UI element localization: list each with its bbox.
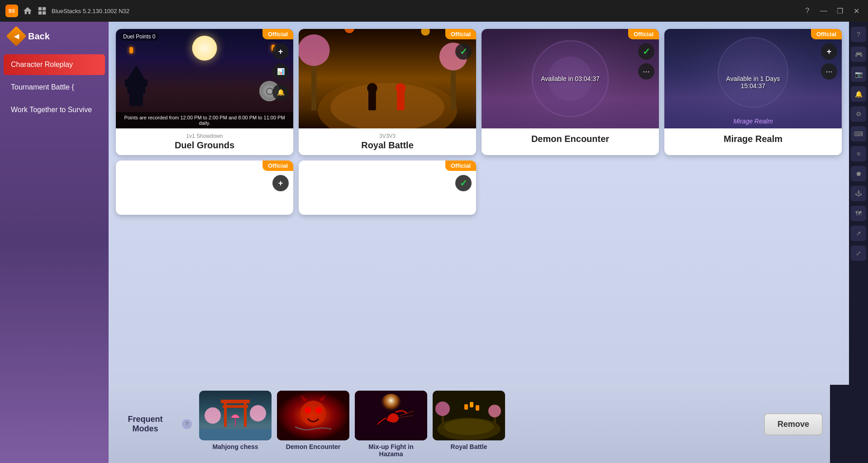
svg-point-6 [421, 29, 430, 36]
right-icon-map[interactable]: 🗺 [851, 206, 866, 221]
right-icon-bell[interactable]: 🔔 [851, 86, 866, 102]
cards-grid-row1: Duel Points 0 Official + 📊 🔔 Points are … [116, 29, 842, 155]
minimize-button[interactable]: — [817, 5, 830, 17]
right-icon-share[interactable]: ↗ [851, 226, 866, 241]
right-icon-controller[interactable]: 🕹 [851, 186, 866, 201]
svg-point-46 [488, 405, 501, 417]
svg-point-14 [367, 83, 377, 93]
svg-rect-23 [244, 400, 247, 427]
svg-point-33 [315, 407, 322, 413]
sidebar-item-character-roleplay[interactable]: Character Roleplay [4, 54, 105, 75]
card-duel-grounds[interactable]: Duel Points 0 Official + 📊 🔔 Points are … [116, 29, 293, 155]
duel-mode-label: 1v1 Showdown [121, 133, 288, 139]
svg-rect-47 [464, 404, 468, 410]
card-6[interactable]: Official ✓ [299, 161, 476, 215]
svg-point-32 [305, 407, 311, 413]
svg-rect-29 [235, 418, 236, 426]
sidebar-item-tournament-battle[interactable]: Tournament Battle { [4, 77, 105, 98]
card-badge-duel: Official [262, 29, 293, 39]
right-icon-layers[interactable]: ≡ [851, 146, 866, 161]
chart-icon[interactable]: 📊 [272, 63, 289, 80]
card-check-button-royal[interactable]: ✓ [455, 43, 472, 60]
card-add-button-duel[interactable]: + [272, 43, 289, 60]
frequent-item-royal[interactable]: Royal Battle [433, 391, 505, 458]
pagoda-decoration [120, 65, 152, 106]
royal-freq-mode-name: Royal Battle [451, 443, 487, 450]
card-royal-battle[interactable]: Official ✓ 3V3V3 Royal Battle [299, 29, 476, 155]
frequent-item-mixup[interactable]: Mix-up Fight inHazama [355, 391, 427, 458]
demon-mode-name: Demon Encounter [286, 443, 341, 450]
remove-button[interactable]: Remove [764, 413, 823, 435]
card-badge-mirage: Official [811, 29, 842, 39]
card-check-button-demon[interactable]: ✓ [638, 43, 654, 60]
card-5[interactable]: Official + [116, 161, 293, 215]
app-title: BlueStacks 5.2.130.1002 N32 [52, 8, 796, 14]
sidebar-item-work-together[interactable]: Work Together to Survive [4, 99, 105, 120]
demon-card-footer: Demon Encounter [482, 128, 659, 149]
mirage-card-title: Mirage Realm [670, 134, 836, 144]
svg-rect-48 [470, 402, 473, 407]
svg-rect-43 [442, 413, 444, 431]
restore-button[interactable]: ❐ [834, 5, 846, 17]
main-wrapper: ◀ Back Character Roleplay Tournament Bat… [0, 22, 868, 463]
card-mirage-realm[interactable]: Official + ··· Available in 1 Days 15:04… [664, 29, 842, 155]
back-diamond-icon: ◀ [6, 26, 26, 46]
right-icon-settings[interactable]: ⚙ [851, 106, 866, 122]
home-icon[interactable] [23, 6, 33, 16]
svg-rect-11 [451, 66, 456, 110]
demon-card-title: Demon Encounter [487, 134, 653, 144]
right-icon-gamepad[interactable]: 🎮 [851, 47, 866, 62]
svg-point-42 [444, 419, 494, 435]
frequent-help-icon[interactable]: ? [182, 419, 192, 429]
svg-rect-13 [368, 91, 376, 110]
svg-rect-26 [199, 429, 272, 440]
left-sidebar: ◀ Back Character Roleplay Tournament Bat… [0, 22, 109, 463]
frequent-label: FrequentModes [116, 415, 175, 434]
mirage-available-text: Available in 1 Days 15:04:37 [726, 68, 780, 90]
mixup-mode-name: Mix-up Fight inHazama [368, 443, 414, 458]
timer-icon[interactable]: 🔔 [272, 84, 289, 100]
demon-available-text: Available in 03:04:37 [541, 75, 600, 82]
mirage-image-label: Mirage Realm [664, 118, 842, 125]
card-badge-royal: Official [445, 29, 476, 39]
duel-card-title: Duel Grounds [121, 140, 288, 151]
royal-thumb [433, 391, 505, 440]
title-bar: BS BlueStacks 5.2.130.1002 N32 ? — ❐ ✕ [0, 0, 868, 22]
card-badge-5: Official [262, 161, 293, 171]
right-icon-question[interactable]: ? [851, 27, 866, 42]
svg-rect-2 [125, 80, 148, 87]
right-icon-keyboard[interactable]: ⌨ [851, 126, 866, 142]
mahjong-thumb [199, 391, 272, 440]
frequent-item-demon[interactable]: Demon Encounter [277, 391, 349, 458]
frequent-item-mahjong[interactable]: Mahjong chess [199, 391, 272, 458]
svg-rect-9 [311, 60, 316, 110]
bluestacks-logo: BS [5, 5, 18, 17]
svg-rect-45 [494, 416, 496, 431]
card-check-button-6[interactable]: ✓ [455, 175, 472, 191]
right-icon-resize[interactable]: ⤢ [851, 246, 866, 261]
card-add-button-mirage[interactable]: + [821, 43, 837, 60]
moon-decoration [192, 36, 217, 61]
right-icon-macro[interactable]: ⏺ [851, 166, 866, 181]
card-demon-encounter[interactable]: Official ✓ ··· Available in 03:04:37 Dem… [482, 29, 659, 155]
back-button[interactable]: ◀ Back [0, 22, 109, 51]
right-icon-photo[interactable]: 📷 [851, 66, 866, 82]
svg-rect-15 [397, 91, 405, 110]
card-add-button-5[interactable]: + [272, 175, 289, 191]
svg-point-28 [250, 405, 266, 421]
card-image-duel: Duel Points 0 Official + 📊 🔔 Points are … [116, 29, 293, 128]
help-button[interactable]: ? [801, 5, 814, 17]
svg-rect-22 [224, 400, 227, 427]
tabs-icon[interactable] [37, 6, 47, 16]
svg-rect-0 [129, 92, 143, 106]
card-image-demon: Official ✓ ··· Available in 03:04:37 [482, 29, 659, 128]
svg-rect-25 [223, 405, 248, 408]
card-more-button-demon[interactable]: ··· [638, 63, 654, 80]
frequent-modes-list: Mahjong chess [199, 391, 757, 458]
svg-point-27 [205, 407, 221, 424]
card-image-5: Official + [116, 161, 293, 215]
close-button[interactable]: ✕ [850, 5, 863, 17]
card-image-royal: Official ✓ [299, 29, 476, 128]
card-more-button-mirage[interactable]: ··· [821, 63, 837, 80]
svg-point-4 [344, 29, 354, 33]
